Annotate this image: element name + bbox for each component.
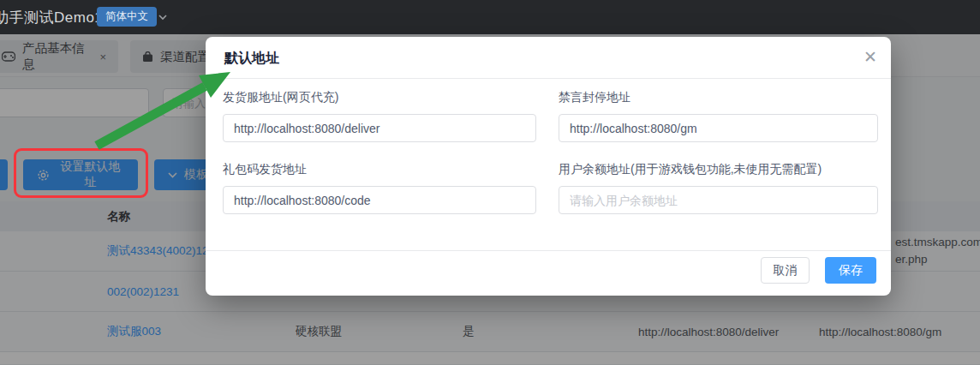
field-ban-address: 禁言封停地址 xyxy=(559,90,878,142)
balance-address-input[interactable] xyxy=(559,186,878,214)
app-window: 助手测试Demo1 简体中文 产品基本信息 × 渠道配置 xyxy=(0,0,980,365)
chevron-down-icon[interactable] xyxy=(158,13,167,21)
giftcode-address-input[interactable] xyxy=(223,186,536,214)
field-balance-address: 用户余额地址(用于游戏钱包功能,未使用无需配置) xyxy=(559,162,878,214)
cancel-button[interactable]: 取消 xyxy=(761,257,810,284)
field-label: 用户余额地址(用于游戏钱包功能,未使用无需配置) xyxy=(559,162,878,177)
divider xyxy=(206,78,891,79)
field-label: 礼包码发货地址 xyxy=(223,162,536,177)
ban-address-input[interactable] xyxy=(559,114,878,142)
modal-title: 默认地址 xyxy=(224,50,279,68)
field-label: 禁言封停地址 xyxy=(559,90,878,105)
app-title: 助手测试Demo1 xyxy=(0,8,103,27)
field-label: 发货服地址(网页代充) xyxy=(223,90,536,105)
divider xyxy=(206,250,891,251)
app-header: 助手测试Demo1 简体中文 xyxy=(0,0,980,34)
close-icon[interactable]: ✕ xyxy=(863,47,877,67)
save-button[interactable]: 保存 xyxy=(825,257,876,284)
field-giftcode-address: 礼包码发货地址 xyxy=(223,162,536,214)
deliver-address-input[interactable] xyxy=(223,114,536,142)
default-address-modal: 默认地址 ✕ 发货服地址(网页代充) 禁言封停地址 礼包码发货地址 用户余额地址… xyxy=(206,37,891,296)
language-badge[interactable]: 简体中文 xyxy=(97,7,157,27)
field-deliver-address: 发货服地址(网页代充) xyxy=(223,90,536,142)
